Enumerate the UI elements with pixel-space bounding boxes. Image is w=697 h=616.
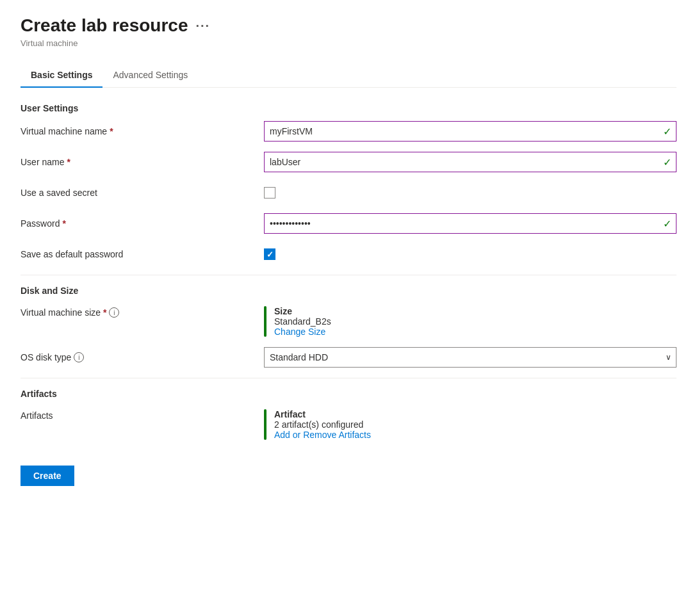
title-text: Create lab resource [20,15,188,36]
vm-size-required: * [103,307,106,318]
default-password-row: Save as default password [20,244,676,264]
user-name-control: ✓ [264,152,676,172]
default-password-checkbox-wrapper [264,248,676,260]
vm-size-block: Size Standard_B2s Change Size [264,306,676,337]
vm-size-title: Size [274,306,331,316]
user-name-valid-icon: ✓ [663,156,671,168]
vm-size-value: Standard_B2s [274,316,331,327]
artifact-block: Artifact 2 artifact(s) configured Add or… [264,409,676,440]
vm-name-label: Virtual machine name * [20,126,264,136]
artifacts-section-label: Artifacts [20,389,676,399]
user-name-required: * [67,157,70,167]
artifact-title: Artifact [274,409,371,419]
tab-advanced-settings[interactable]: Advanced Settings [102,63,198,88]
artifacts-row: Artifacts Artifact 2 artifact(s) configu… [20,407,676,440]
user-name-row: User name * ✓ [20,152,676,172]
artifact-info: Artifact 2 artifact(s) configured Add or… [274,409,371,440]
vm-size-info: Size Standard_B2s Change Size [274,306,331,337]
artifact-count: 2 artifact(s) configured [274,419,371,430]
user-settings-section-label: User Settings [20,103,676,113]
vm-name-input[interactable] [264,121,676,142]
default-password-control [264,248,676,260]
os-disk-label: OS disk type i [20,352,264,362]
more-options-button[interactable]: ··· [195,19,210,33]
create-button[interactable]: Create [20,466,74,486]
section-divider-2 [20,378,676,378]
vm-size-label: Virtual machine size * i [20,306,264,318]
page-title: Create lab resource ··· [20,15,676,36]
artifact-bar [264,409,266,440]
password-required: * [62,218,65,229]
page-subtitle: Virtual machine [20,38,676,48]
password-valid-icon: ✓ [663,218,671,230]
artifacts-label: Artifacts [20,409,264,421]
os-disk-dropdown[interactable]: Standard HDD Standard SSD Premium SSD [264,347,676,368]
user-name-label: User name * [20,157,264,167]
saved-secret-control [264,187,676,199]
os-disk-row: OS disk type i Standard HDD Standard SSD… [20,347,676,368]
section-divider-1 [20,275,676,275]
saved-secret-label: Use a saved secret [20,188,264,198]
saved-secret-checkbox-wrapper [264,187,676,199]
form-actions: Create [20,450,676,486]
artifacts-control: Artifact 2 artifact(s) configured Add or… [264,409,676,440]
vm-change-size-link[interactable]: Change Size [274,327,325,337]
vm-name-row: Virtual machine name * ✓ [20,121,676,142]
password-control: ✓ [264,213,676,234]
vm-name-valid-icon: ✓ [663,126,671,138]
password-row: Password * ✓ [20,213,676,234]
vm-name-required: * [110,126,113,136]
vm-size-bar [264,306,266,337]
os-disk-dropdown-wrapper: Standard HDD Standard SSD Premium SSD ∨ [264,347,676,368]
password-input[interactable] [264,213,676,234]
vm-size-control: Size Standard_B2s Change Size [264,306,676,337]
vm-size-row: Virtual machine size * i Size Standard_B… [20,304,676,337]
os-disk-info-icon[interactable]: i [74,352,84,362]
default-password-checkbox[interactable] [264,248,275,260]
tab-bar: Basic Settings Advanced Settings [20,63,676,88]
default-password-label: Save as default password [20,249,264,259]
vm-size-info-icon[interactable]: i [109,307,119,318]
saved-secret-row: Use a saved secret [20,182,676,203]
vm-name-control: ✓ [264,121,676,142]
disk-size-section-label: Disk and Size [20,286,676,296]
tab-basic-settings[interactable]: Basic Settings [20,63,102,88]
saved-secret-checkbox[interactable] [264,187,275,199]
password-label: Password * [20,218,264,229]
add-remove-artifacts-link[interactable]: Add or Remove Artifacts [274,430,371,440]
user-name-input[interactable] [264,152,676,172]
